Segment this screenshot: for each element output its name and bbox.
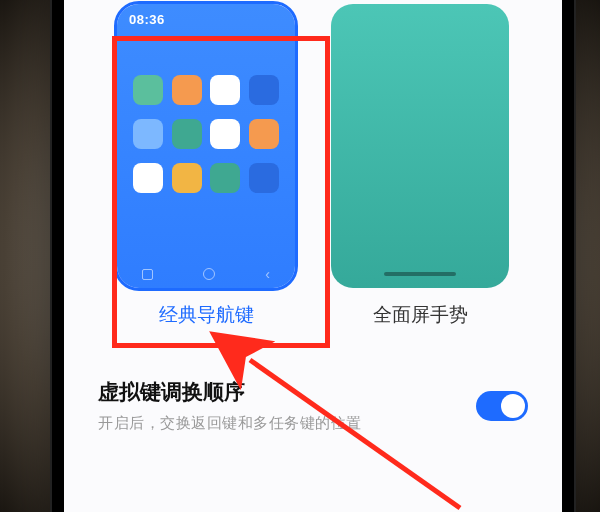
app-icon <box>210 119 240 149</box>
app-icon <box>249 163 279 193</box>
setting-text: 虚拟键调换顺序 开启后，交换返回键和多任务键的位置 <box>98 378 362 433</box>
swap-nav-keys-toggle[interactable] <box>476 391 528 421</box>
back-icon <box>265 267 270 281</box>
screen: 08:36 <box>64 0 562 512</box>
gesture-handle-icon <box>384 272 456 276</box>
nav-style-options: 08:36 <box>64 0 562 338</box>
preview-status-time: 08:36 <box>117 4 295 29</box>
home-icon <box>203 268 215 280</box>
app-icon <box>210 163 240 193</box>
option-gesture-label: 全面屏手势 <box>373 302 468 328</box>
recents-icon <box>142 269 153 280</box>
preview-app-grid <box>117 29 295 260</box>
gesture-nav-preview <box>331 4 509 288</box>
classic-nav-preview: 08:36 <box>117 4 295 288</box>
setting-subtitle: 开启后，交换返回键和多任务键的位置 <box>98 414 362 433</box>
app-icon <box>210 75 240 105</box>
app-icon <box>172 119 202 149</box>
option-classic-nav[interactable]: 08:36 <box>117 4 295 328</box>
option-gesture-nav[interactable]: 全面屏手势 <box>331 4 509 328</box>
setting-title: 虚拟键调换顺序 <box>98 378 362 406</box>
app-icon <box>249 75 279 105</box>
app-icon <box>133 75 163 105</box>
app-icon <box>133 119 163 149</box>
app-icon <box>133 163 163 193</box>
app-icon <box>249 119 279 149</box>
app-icon <box>172 75 202 105</box>
phone-frame: 08:36 <box>52 0 574 512</box>
app-icon <box>172 163 202 193</box>
option-classic-label: 经典导航键 <box>159 302 254 328</box>
preview-navbar <box>117 260 295 288</box>
swap-nav-keys-setting: 虚拟键调换顺序 开启后，交换返回键和多任务键的位置 <box>98 378 528 433</box>
